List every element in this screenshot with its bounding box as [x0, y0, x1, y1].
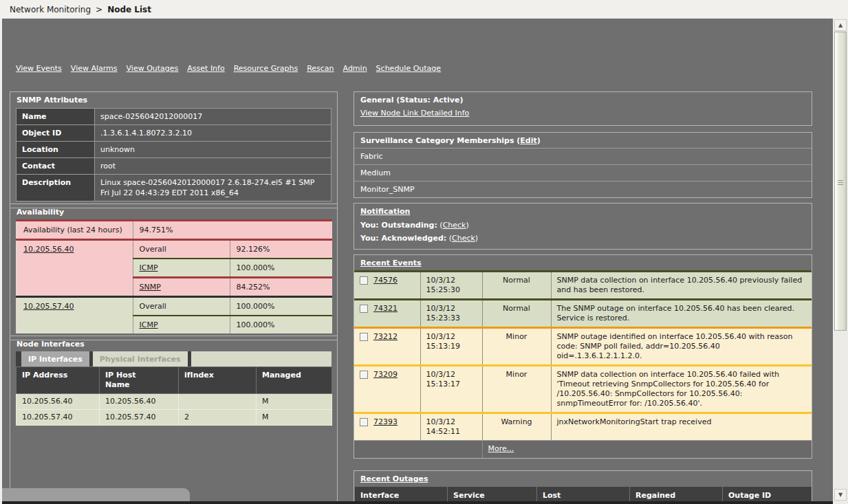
table-row: 10.205.56.40 Overall 92.126%: [17, 240, 332, 259]
table-row: Object ID .1.3.6.1.4.1.8072.3.2.10: [17, 125, 331, 142]
ifindex-cell: 2: [179, 410, 257, 426]
table-row: Description Linux space-0256042012000017…: [17, 175, 331, 201]
recent-events-link[interactable]: Recent Events: [360, 259, 422, 267]
view-outages-link[interactable]: View Outages: [127, 64, 179, 73]
scroll-up-icon: ▲: [838, 22, 842, 28]
availability-24h-value: 94.751%: [133, 221, 332, 240]
event-id-link[interactable]: 73209: [373, 370, 398, 380]
recent-events-title: Recent Events: [354, 255, 812, 270]
interface-link[interactable]: 10.205.57.40: [23, 302, 74, 311]
ip-address-cell: 10.205.57.40: [17, 410, 100, 426]
surveillance-title: Surveillance Category Memberships (Edit): [354, 133, 812, 148]
surveillance-title-close: ): [537, 136, 541, 145]
paren-close: ): [475, 234, 478, 243]
event-checkbox[interactable]: [360, 305, 368, 313]
table-header-row: IP Address IP Host Name ifIndex Managed: [17, 367, 332, 394]
more-row: More...: [354, 441, 812, 459]
attr-label: Description: [17, 175, 95, 201]
table-row: 10.205.56.40 10.205.56.40 M: [17, 394, 332, 410]
col-ifindex: ifIndex: [179, 367, 257, 394]
tab-physical-interfaces[interactable]: Physical Interfaces: [93, 351, 188, 366]
event-row: 74576 10/3/12 15:25:30 Normal SNMP data …: [354, 272, 812, 300]
event-severity: Minor: [482, 328, 551, 366]
ifindex-cell: [179, 394, 257, 410]
event-row: 74321 10/3/12 15:23:33 Normal The SNMP o…: [354, 300, 812, 328]
attr-label: Object ID: [17, 125, 95, 142]
event-id-link[interactable]: 72393: [373, 417, 398, 427]
attr-value: root: [95, 158, 331, 175]
event-time: 10/3/12 15:13:19: [420, 328, 482, 366]
event-checkbox[interactable]: [360, 333, 368, 341]
vertical-scrollbar[interactable]: ▲ ▼: [833, 19, 848, 504]
view-node-link-detailed-info-link[interactable]: View Node Link Detailed Info: [360, 109, 469, 118]
event-message: SNMP data collection on interface 10.205…: [551, 366, 812, 413]
interface-cell: 10.205.57.40: [17, 297, 133, 334]
paren-close: ): [466, 221, 468, 230]
interface-link[interactable]: 10.205.56.40: [23, 245, 74, 254]
surveillance-title-text: Surveillance Category Memberships (: [360, 136, 520, 145]
notification-link[interactable]: Notification: [360, 207, 410, 216]
breadcrumb-section[interactable]: Network Monitoring: [10, 5, 91, 14]
col-ip-address: IP Address: [17, 367, 100, 394]
service-link[interactable]: ICMP: [140, 320, 158, 329]
event-message: jnxNetworkMonitoringStart trap received: [551, 413, 812, 441]
resource-graphs-link[interactable]: Resource Graphs: [234, 64, 298, 73]
more-events-link[interactable]: More...: [488, 444, 514, 453]
service-name: Overall: [133, 240, 230, 259]
check-outstanding-link[interactable]: Check: [443, 221, 466, 230]
notification-title: Notification: [354, 204, 812, 219]
table-row: 10.205.57.40 Overall 100.000%: [17, 297, 332, 316]
scroll-up-button[interactable]: ▲: [834, 19, 847, 31]
service-link[interactable]: SNMP: [140, 283, 161, 292]
schedule-outage-link[interactable]: Schedule Outage: [376, 64, 441, 73]
interface-cell: 10.205.56.40: [17, 240, 133, 297]
service-name: Overall: [133, 297, 230, 316]
tab-ip-interfaces[interactable]: IP Interfaces: [21, 351, 89, 366]
event-checkbox[interactable]: [360, 418, 368, 426]
view-alarms-link[interactable]: View Alarms: [71, 64, 118, 73]
snmp-attributes-panel: SNMP Attributes Name space-0256042012000…: [10, 91, 338, 208]
edit-categories-link[interactable]: Edit: [520, 136, 536, 145]
event-id-cell: 73212: [354, 328, 420, 366]
attr-value: unknown: [95, 142, 331, 158]
service-name: SNMP: [133, 278, 230, 297]
table-row: Availability (last 24 hours) 94.751%: [17, 221, 332, 240]
outstanding-line: You: Outstanding: (Check): [354, 219, 812, 232]
service-link[interactable]: ICMP: [140, 263, 158, 272]
scroll-down-button[interactable]: ▼: [834, 489, 847, 501]
check-acknowledged-link[interactable]: Check: [452, 234, 475, 243]
table-row: Name space-0256042012000017: [17, 109, 331, 125]
event-id-cell: 74576: [354, 272, 420, 300]
col-managed: Managed: [257, 367, 332, 394]
event-time: 10/3/12 14:52:11: [420, 413, 482, 441]
managed-cell: M: [257, 410, 332, 426]
view-events-link[interactable]: View Events: [16, 64, 62, 73]
event-row: 72393 10/3/12 14:52:11 Warning jnxNetwor…: [354, 413, 812, 441]
scrollbar-thumb[interactable]: [834, 32, 847, 331]
breadcrumb-separator: >: [96, 5, 102, 14]
snmp-attributes-table: Name space-0256042012000017 Object ID .1…: [16, 108, 331, 201]
recent-outages-link[interactable]: Recent Outages: [360, 474, 428, 483]
event-id-link[interactable]: 74321: [373, 304, 398, 314]
event-checkbox[interactable]: [360, 276, 368, 285]
scroll-down-icon: ▼: [838, 492, 842, 498]
more-cell: More...: [482, 441, 812, 459]
event-severity: Minor: [482, 366, 551, 413]
asset-info-link[interactable]: Asset Info: [187, 64, 224, 73]
recent-events-panel: Recent Events 74576 10/3/12 15:25:30 Nor…: [354, 254, 812, 459]
admin-link[interactable]: Admin: [343, 64, 367, 73]
event-checkbox[interactable]: [360, 371, 368, 379]
breadcrumb: Network Monitoring > Node List: [0, 0, 848, 19]
node-interfaces-panel: Node Interfaces IP Interfaces Physical I…: [10, 336, 338, 503]
event-id-link[interactable]: 74576: [373, 276, 398, 285]
rescan-link[interactable]: Rescan: [307, 64, 334, 73]
ip-host-cell: 10.205.56.40: [100, 394, 179, 410]
event-time: 10/3/12 15:25:30: [420, 272, 482, 300]
event-time: 10/3/12 15:23:33: [420, 300, 482, 328]
event-id-link[interactable]: 73212: [373, 332, 398, 342]
availability-panel: Availability Availability (last 24 hours…: [10, 204, 338, 340]
service-availability: 84.252%: [230, 278, 332, 297]
attr-value: .1.3.6.1.4.1.8072.3.2.10: [95, 125, 331, 142]
event-message: SNMP outage identified on interface 10.2…: [551, 328, 812, 366]
scrollbar-grip-icon: [838, 180, 843, 186]
